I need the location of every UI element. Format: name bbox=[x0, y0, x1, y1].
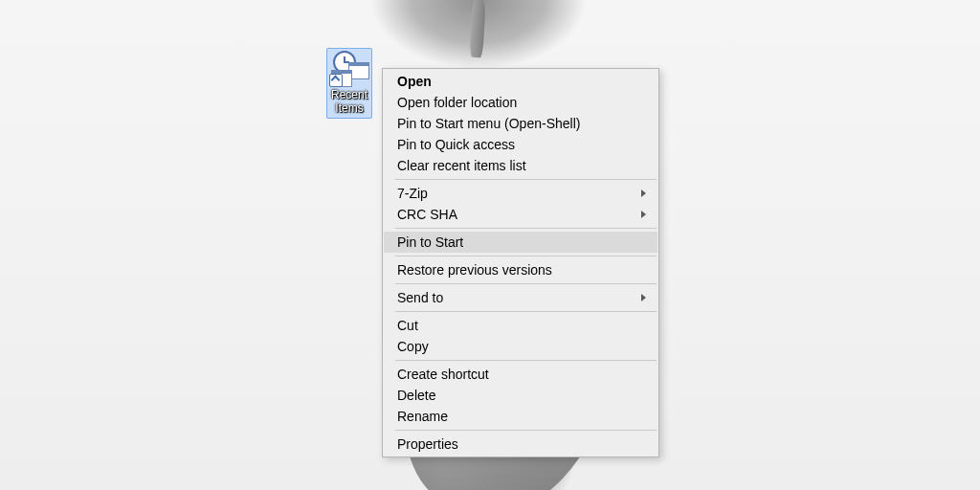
menu-item-label: Pin to Quick access bbox=[397, 137, 515, 152]
menu-item-label: CRC SHA bbox=[397, 207, 457, 222]
menu-item-label: 7-Zip bbox=[397, 186, 428, 201]
menu-item-label: Send to bbox=[397, 290, 443, 305]
menu-item-properties[interactable]: Properties bbox=[384, 434, 657, 455]
menu-item-label: Rename bbox=[397, 409, 448, 424]
menu-item-cut[interactable]: Cut bbox=[384, 315, 657, 336]
menu-item-clear-recent[interactable]: Clear recent items list bbox=[384, 155, 657, 176]
menu-separator bbox=[395, 430, 657, 431]
menu-item-label: Clear recent items list bbox=[397, 158, 526, 173]
menu-separator bbox=[395, 179, 657, 180]
menu-separator bbox=[395, 256, 657, 256]
recent-items-icon bbox=[329, 51, 369, 87]
menu-item-label: Copy bbox=[397, 339, 429, 354]
icon-label: Recent Items bbox=[329, 88, 369, 115]
menu-item-crc-sha[interactable]: CRC SHA bbox=[384, 204, 657, 225]
menu-item-send-to[interactable]: Send to bbox=[384, 287, 657, 308]
menu-item-label: Restore previous versions bbox=[397, 262, 552, 278]
desktop-icon-recent-items[interactable]: Recent Items bbox=[323, 48, 375, 119]
menu-item-label: Open bbox=[397, 74, 432, 89]
menu-item-label: Create shortcut bbox=[397, 367, 489, 382]
menu-item-label: Delete bbox=[397, 388, 435, 403]
menu-item-pin-quick-access[interactable]: Pin to Quick access bbox=[384, 134, 657, 155]
menu-separator bbox=[395, 228, 657, 229]
wallpaper-decor bbox=[469, 0, 485, 57]
menu-item-label: Pin to Start bbox=[397, 234, 463, 250]
menu-item-open-folder-location[interactable]: Open folder location bbox=[384, 92, 657, 113]
menu-item-delete[interactable]: Delete bbox=[384, 385, 657, 406]
menu-separator bbox=[395, 311, 657, 312]
menu-item-7zip[interactable]: 7-Zip bbox=[384, 183, 657, 204]
menu-separator bbox=[395, 283, 657, 284]
menu-item-pin-start-openshell[interactable]: Pin to Start menu (Open-Shell) bbox=[384, 113, 657, 134]
menu-item-label: Pin to Start menu (Open-Shell) bbox=[397, 116, 580, 131]
menu-item-pin-to-start[interactable]: Pin to Start bbox=[384, 232, 657, 253]
chevron-right-icon bbox=[641, 211, 646, 218]
menu-item-rename[interactable]: Rename bbox=[384, 406, 657, 427]
menu-item-label: Properties bbox=[397, 436, 458, 452]
menu-item-restore-versions[interactable]: Restore previous versions bbox=[384, 259, 657, 280]
menu-item-label: Cut bbox=[397, 318, 418, 333]
menu-item-label: Open folder location bbox=[397, 95, 517, 110]
desktop[interactable]: Recent Items Open Open folder location P… bbox=[0, 0, 980, 490]
menu-separator bbox=[395, 360, 657, 361]
menu-item-copy[interactable]: Copy bbox=[384, 336, 657, 357]
context-menu: Open Open folder location Pin to Start m… bbox=[382, 68, 659, 457]
menu-item-create-shortcut[interactable]: Create shortcut bbox=[384, 364, 657, 385]
chevron-right-icon bbox=[641, 189, 646, 197]
chevron-right-icon bbox=[641, 294, 646, 301]
menu-item-open[interactable]: Open bbox=[384, 71, 657, 92]
